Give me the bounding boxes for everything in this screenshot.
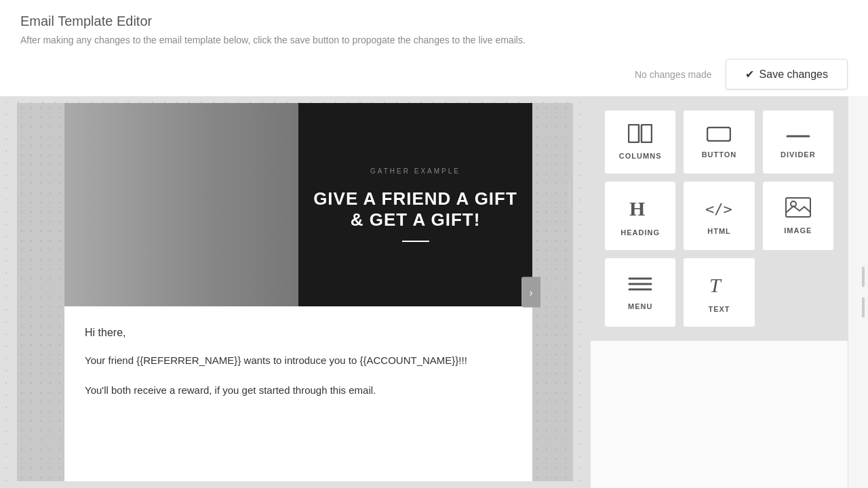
header: Email Template Editor After making any c… bbox=[0, 0, 868, 52]
email-hero: » Gather GATHER EXAMPLE GIVE A FRIEND A … bbox=[64, 103, 532, 306]
blocks-grid: COLUMNS BUTTON bbox=[591, 96, 848, 341]
block-item-button[interactable]: BUTTON bbox=[683, 110, 755, 174]
button-icon bbox=[707, 126, 731, 145]
svg-rect-7 bbox=[642, 125, 652, 142]
svg-rect-8 bbox=[707, 127, 730, 141]
email-greeting: Hi there, bbox=[85, 327, 512, 339]
editor-area: » Gather GATHER EXAMPLE GIVE A FRIEND A … bbox=[0, 96, 868, 488]
hero-headline-line1: GIVE A FRIEND A GIFT bbox=[313, 188, 517, 209]
checkmark-icon: ✔ bbox=[745, 68, 754, 81]
svg-text:»: » bbox=[74, 305, 79, 306]
hero-dark-panel: GATHER EXAMPLE GIVE A FRIEND A GIFT & GE… bbox=[298, 103, 532, 306]
button-label: BUTTON bbox=[702, 150, 737, 159]
block-item-menu[interactable]: MENU bbox=[604, 258, 676, 327]
columns-icon bbox=[628, 124, 652, 146]
divider-label: DIVIDER bbox=[781, 150, 816, 159]
scrollbar-thumb[interactable] bbox=[568, 179, 570, 206]
columns-label: COLUMNS bbox=[619, 152, 662, 160]
svg-rect-12 bbox=[786, 198, 810, 217]
image-label: IMAGE bbox=[784, 226, 812, 235]
email-body-container: » Gather GATHER EXAMPLE GIVE A FRIEND A … bbox=[64, 103, 532, 481]
text-label: TEXT bbox=[708, 305, 730, 313]
svg-point-2 bbox=[167, 132, 211, 176]
no-changes-label: No changes made bbox=[635, 69, 712, 80]
sidebar-panel: COLUMNS BUTTON bbox=[590, 96, 848, 488]
svg-rect-6 bbox=[629, 125, 639, 142]
right-edge-items bbox=[862, 267, 865, 318]
page-title: Email Template Editor bbox=[20, 14, 848, 29]
heading-icon: H bbox=[628, 195, 652, 223]
block-item-columns[interactable]: COLUMNS bbox=[604, 110, 676, 174]
divider-icon bbox=[786, 126, 810, 145]
page-description: After making any changes to the email te… bbox=[20, 35, 848, 45]
edge-dot-2 bbox=[862, 298, 865, 318]
heading-label: HEADING bbox=[620, 228, 660, 237]
save-button-label: Save changes bbox=[760, 68, 828, 81]
email-preview-area: » Gather GATHER EXAMPLE GIVE A FRIEND A … bbox=[0, 96, 590, 488]
menu-icon bbox=[628, 274, 652, 297]
hero-divider-line bbox=[402, 241, 429, 242]
html-icon: </> bbox=[705, 197, 732, 222]
email-paragraph-1: Your friend {{REFERRER_NAME}} wants to i… bbox=[85, 352, 512, 369]
block-item-html[interactable]: </> HTML bbox=[683, 181, 755, 251]
svg-rect-0 bbox=[64, 103, 298, 306]
hero-headline-line2: & GET A GIFT! bbox=[351, 209, 481, 230]
block-item-image[interactable]: IMAGE bbox=[762, 181, 834, 251]
text-icon: T bbox=[707, 272, 731, 300]
right-edge-bar bbox=[848, 96, 868, 488]
email-text-body: Hi there, Your friend {{REFERRER_NAME}} … bbox=[64, 306, 532, 432]
preview-left-gutter bbox=[17, 103, 64, 481]
menu-label: MENU bbox=[628, 302, 652, 310]
hero-headline: GIVE A FRIEND A GIFT & GET A GIFT! bbox=[313, 188, 517, 230]
block-item-text[interactable]: T TEXT bbox=[683, 258, 755, 327]
hero-photo: » Gather bbox=[64, 103, 298, 306]
preview-right-gutter: › bbox=[532, 103, 573, 481]
email-container: » Gather GATHER EXAMPLE GIVE A FRIEND A … bbox=[17, 103, 573, 481]
hero-example-text: GATHER EXAMPLE bbox=[370, 167, 460, 175]
email-paragraph-2: You'll both receive a reward, if you get… bbox=[85, 382, 512, 399]
save-bar: No changes made ✔ Save changes bbox=[0, 52, 868, 96]
scroll-right-arrow[interactable]: › bbox=[521, 277, 540, 308]
save-button[interactable]: ✔ Save changes bbox=[726, 59, 848, 89]
arrow-right-icon: › bbox=[529, 286, 532, 298]
svg-text:</>: </> bbox=[705, 201, 732, 218]
svg-text:Gather: Gather bbox=[81, 305, 108, 306]
block-item-heading[interactable]: H HEADING bbox=[604, 181, 676, 251]
svg-text:T: T bbox=[709, 274, 722, 296]
html-label: HTML bbox=[707, 227, 731, 235]
svg-point-3 bbox=[138, 138, 178, 178]
hero-photo-svg: » Gather bbox=[64, 103, 298, 306]
right-scrollbar bbox=[568, 179, 570, 206]
svg-rect-1 bbox=[64, 103, 298, 306]
block-item-divider[interactable]: DIVIDER bbox=[762, 110, 834, 174]
edge-dot-1 bbox=[862, 267, 865, 287]
image-icon bbox=[785, 197, 811, 221]
svg-text:H: H bbox=[629, 197, 645, 220]
